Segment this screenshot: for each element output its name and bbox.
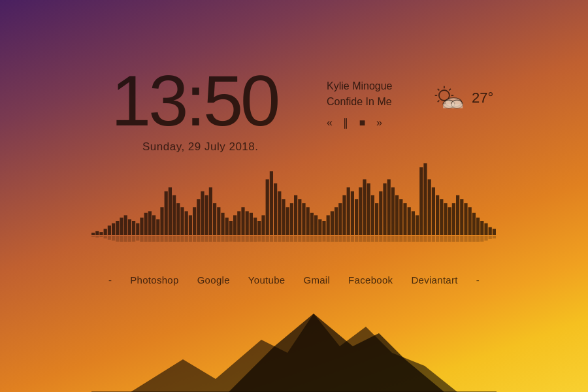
audio-visualizer bbox=[91, 163, 497, 242]
nav-dash-left: - bbox=[108, 274, 112, 286]
nav-facebook[interactable]: Facebook bbox=[348, 274, 393, 286]
svg-line-7 bbox=[449, 89, 450, 90]
nav-deviantart[interactable]: Deviantart bbox=[411, 274, 457, 286]
svg-line-5 bbox=[438, 89, 439, 90]
nav-bar: - Photoshop Google Youtube Gmail Faceboo… bbox=[0, 274, 588, 286]
music-song: Confide In Me bbox=[327, 94, 393, 110]
nav-photoshop[interactable]: Photoshop bbox=[130, 274, 178, 286]
clock-display: 13:50 bbox=[111, 59, 278, 142]
date-display: Sunday, 29 July 2018. bbox=[142, 140, 258, 154]
nav-google[interactable]: Google bbox=[197, 274, 230, 286]
music-artist: Kylie Minogue bbox=[327, 78, 393, 94]
svg-rect-12 bbox=[443, 104, 463, 108]
weather-widget: 27° bbox=[431, 85, 493, 111]
nav-dash-right: - bbox=[476, 274, 480, 286]
music-player: Kylie Minogue Confide In Me « ‖ ■ » bbox=[327, 78, 393, 129]
weather-icon bbox=[431, 85, 466, 111]
music-controls[interactable]: « ‖ ■ » bbox=[327, 116, 393, 129]
svg-line-8 bbox=[438, 101, 439, 102]
weather-temp: 27° bbox=[472, 90, 493, 106]
nav-gmail[interactable]: Gmail bbox=[303, 274, 330, 286]
nav-youtube[interactable]: Youtube bbox=[248, 274, 286, 286]
